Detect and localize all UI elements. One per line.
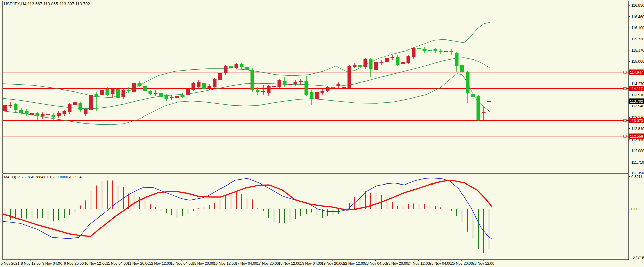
candle-body[interactable] [267,86,271,93]
candle-body[interactable] [245,67,249,70]
candle-body[interactable] [348,66,351,88]
candle-body[interactable] [229,66,233,68]
candle-body[interactable] [143,86,147,91]
candle-body[interactable] [41,114,45,116]
candle-body[interactable] [57,113,61,116]
candle-body[interactable] [149,91,152,94]
candle-body[interactable] [9,105,12,106]
candle-body[interactable] [294,82,297,84]
candle-body[interactable] [256,90,260,92]
candle-body[interactable] [95,94,98,96]
candle-body[interactable] [401,62,405,64]
candle-body[interactable] [396,57,400,65]
candle-body[interactable] [439,51,443,52]
candle-body[interactable] [305,81,308,95]
candle-body[interactable] [46,114,50,115]
candle-body[interactable] [186,89,190,95]
candle-body[interactable] [466,72,470,93]
line-handle[interactable] [624,119,626,122]
candle-body[interactable] [224,66,228,73]
candle-body[interactable] [154,93,158,94]
candle-body[interactable] [25,111,29,114]
candle-body[interactable] [73,102,77,105]
candle-body[interactable] [127,90,131,91]
candle-body[interactable] [251,70,254,90]
line-handle[interactable] [624,87,626,90]
candle-body[interactable] [391,57,394,58]
candle-body[interactable] [477,96,480,120]
chart-canvas[interactable]: 116.830116.460116.100115.730115.370115.0… [0,0,644,267]
candle-body[interactable] [14,104,18,110]
candle-body[interactable] [30,113,34,115]
candle-body[interactable] [444,51,448,52]
candle-body[interactable] [3,105,7,111]
candle-body[interactable] [369,59,373,69]
candle-body[interactable] [380,62,384,63]
candle-body[interactable] [138,83,142,86]
candle-body[interactable] [337,84,340,86]
svg-text:112.080: 112.080 [631,149,644,153]
candle-body[interactable] [79,103,82,110]
candle-body[interactable] [197,82,201,87]
candle-body[interactable] [278,80,281,87]
candle-body[interactable] [407,56,410,63]
candle-body[interactable] [175,96,179,98]
candle-body[interactable] [283,81,287,85]
candle-body[interactable] [122,90,125,97]
candle-body[interactable] [331,87,335,88]
time-axis-label: 15 Nov 04:00 [170,261,192,265]
candle-body[interactable] [116,89,120,98]
candle-body[interactable] [326,87,330,91]
candle-body[interactable] [261,91,265,92]
candle-body[interactable] [450,51,453,52]
candle-body[interactable] [272,86,276,87]
candle-body[interactable] [310,92,314,99]
candle-body[interactable] [36,113,39,116]
candle-body[interactable] [159,93,163,97]
candle-body[interactable] [288,84,292,85]
candle-body[interactable] [321,91,324,93]
candle-body[interactable] [213,79,217,87]
time-axis-label: 9 Nov 04:00 [42,261,62,265]
candle-body[interactable] [165,95,168,99]
candle-body[interactable] [100,90,104,95]
candle-body[interactable] [132,83,136,92]
panel-splitter[interactable] [0,173,629,175]
candle-body[interactable] [487,101,491,102]
candle-body[interactable] [358,65,362,67]
candle-body[interactable] [412,48,416,57]
candle-body[interactable] [423,49,427,51]
candle-body[interactable] [63,111,66,114]
candle-body[interactable] [417,48,421,49]
candle-body[interactable] [353,65,357,67]
candle-body[interactable] [208,86,211,88]
candle-body[interactable] [460,65,464,72]
candle-body[interactable] [84,109,88,114]
candle-body[interactable] [181,95,185,97]
candle-body[interactable] [455,53,459,66]
candle-body[interactable] [385,58,389,62]
candle-body[interactable] [299,81,303,82]
candle-body[interactable] [240,64,244,67]
candle-body[interactable] [428,50,432,51]
candle-body[interactable] [315,92,319,99]
candle-body[interactable] [218,73,222,80]
candle-body[interactable] [374,62,378,70]
line-handle[interactable] [624,71,626,73]
candle-body[interactable] [364,59,367,67]
candle-body[interactable] [471,94,475,97]
candle-body[interactable] [106,89,109,95]
candle-body[interactable] [482,112,486,113]
candle-body[interactable] [235,64,238,68]
candle-body[interactable] [192,83,195,90]
candle-body[interactable] [202,83,206,89]
candle-body[interactable] [19,110,23,113]
candle-body[interactable] [342,87,346,88]
candle-body[interactable] [52,115,55,117]
candle-body[interactable] [68,104,72,112]
candle-body[interactable] [89,95,93,110]
line-handle[interactable] [624,135,626,137]
candle-body[interactable] [111,89,115,94]
candle-body[interactable] [170,97,174,98]
candle-body[interactable] [434,49,437,51]
